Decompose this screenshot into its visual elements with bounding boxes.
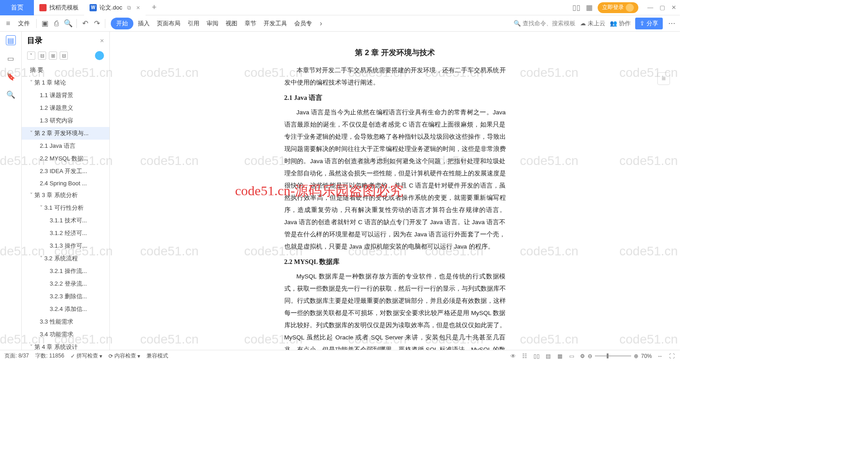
expand-icon[interactable]: ⊟ [38,52,46,60]
outline-item[interactable]: 3.2.3 删除信... [22,290,109,303]
page-view-icon[interactable]: ▤ [545,353,552,360]
zoom-in-icon[interactable]: ⊕ [634,353,638,359]
login-label: 立即登录 [602,4,624,11]
command-search[interactable]: 🔍 查找命令、搜索模板 [514,19,576,28]
outline-item[interactable]: 3.2.4 添加信... [22,303,109,315]
float-window-icon[interactable]: ⧉ [127,5,131,11]
tab-insert[interactable]: 插入 [135,19,152,28]
collapse-ribbon-icon[interactable]: ⋯ [667,19,676,28]
ruler-icon[interactable]: ☷ [521,353,528,360]
undo-icon[interactable]: ↶ [80,19,90,28]
tab-home[interactable]: 首页 [0,0,34,15]
web-view-icon[interactable]: ▦ [557,353,564,360]
outline-item[interactable]: ˅第 3 章 系统分析 [22,189,109,202]
outline-item[interactable]: 3.3 性能需求 [22,315,109,328]
outline-item[interactable]: 1.1 课题背景 [22,89,109,102]
bookmark-icon[interactable]: 🔖 [6,71,16,81]
tab-add[interactable]: + [146,3,163,12]
side-panel-toggle-icon[interactable]: ≡ [657,72,670,85]
find-icon[interactable]: 🔍 [6,89,16,99]
tab-label: 论文.doc [99,4,123,12]
outline-item[interactable]: ˅3.1 可行性分析 [22,202,109,214]
tab-template[interactable]: 找稻壳模板 [34,0,84,15]
share-button[interactable]: ⇪ 分享 [635,18,663,29]
print-icon[interactable]: ⎙ [52,19,61,28]
outline-item[interactable]: ˅第 2 章 开发环境与... [22,127,109,140]
apps-icon[interactable]: ▦ [585,4,593,12]
outline-item[interactable]: 3.1.1 技术可... [22,214,109,227]
zoom-value[interactable]: 70% [641,353,652,359]
zoom-slider[interactable] [595,355,631,357]
thumbnails-icon[interactable]: ▭ [6,53,16,63]
share-icon: ⇪ [640,20,645,27]
main: ▤ ▭ 🔖 🔍 目录 × ˅ ⊟ ⊞ ⊟ 摘 要˅第 1 章 绪论1.1 课题背… [0,32,680,350]
redo-icon[interactable]: ↷ [92,19,101,28]
collab-button[interactable]: 👥 协作 [610,19,631,28]
close-window-button[interactable]: ✕ [671,4,676,11]
minimize-button[interactable]: — [647,4,653,11]
menu-icon[interactable]: ≡ [4,19,13,28]
dropdown-icon: ▾ [99,353,102,359]
close-icon[interactable]: × [137,4,140,11]
content-check[interactable]: ⟳ 内容检查 ▾ [108,352,140,360]
word-count[interactable]: 字数: 11856 [35,352,64,360]
collapse-all-icon[interactable]: ˅ [27,52,35,60]
avatar-icon [626,4,634,12]
tab-member[interactable]: 会员专 [292,19,315,28]
login-button[interactable]: 立即登录 [598,2,638,13]
book-icon[interactable]: ▯▯ [533,353,540,360]
outline-item[interactable]: 3.2.2 登录流... [22,278,109,290]
sync-badge-icon[interactable] [95,51,104,60]
more-tabs-icon[interactable]: › [316,19,326,28]
outline-item[interactable]: ˅3.2 系统流程 [22,252,109,265]
fit-icon[interactable]: ↔ [656,353,664,360]
outline-item[interactable]: 2.1 Java 语言 [22,140,109,152]
outline-item[interactable]: 2.4 Spring Boot ... [22,178,109,189]
zoom-control[interactable]: ⚙ ⊖ ⊕ 70% [580,353,652,359]
eye-icon[interactable]: 👁 [509,353,517,360]
tab-sections[interactable]: 章节 [242,19,259,28]
tab-start[interactable]: 开始 [111,18,133,29]
outline-item[interactable]: 3.1.3 操作可... [22,240,109,252]
cloud-status[interactable]: ☁ 未上云 [580,19,605,28]
outline-item[interactable]: 2.3 IDEA 开发工... [22,165,109,178]
outline-icon[interactable]: ▤ [6,35,16,45]
outline-item[interactable]: 3.2.1 操作流... [22,265,109,278]
paragraph-2-2: MySQL 数据库是一种数据存放方面的专业软件，也是传统的行式数据模式，获取一些… [284,270,506,350]
outline-view-icon[interactable]: ▭ [568,353,576,360]
outline-item[interactable]: 1.2 课题意义 [22,102,109,114]
search-icon: 🔍 [514,20,521,27]
titlebar: 首页 找稻壳模板 W 论文.doc ⧉ × + ▯▯ ▦ 立即登录 — ▢ ✕ [0,0,680,15]
outline-item[interactable]: 3.4 功能需求 [22,328,109,341]
minus-icon[interactable]: ⊟ [60,52,68,60]
tab-document[interactable]: W 论文.doc ⧉ × [84,0,146,15]
maximize-button[interactable]: ▢ [660,4,665,11]
settings-icon[interactable]: ⚙ [580,353,585,359]
paragraph-2-1: Java 语言是当今为止依然在编程语言行业具有生命力的常青树之一。Java 语言… [284,106,506,253]
chapter-intro: 本章节对开发二手车交易系统需要搭建的开发环境，还有二手车交易系统开发中使用的编程… [284,64,506,89]
outline-item[interactable]: 3.1.2 经济可... [22,227,109,240]
outline-item[interactable]: ˅第 4 章 系统设计 [22,341,109,350]
file-menu[interactable]: 文件 [15,19,33,28]
tab-page-layout[interactable]: 页面布局 [154,19,183,28]
tab-review[interactable]: 审阅 [204,19,221,28]
compat-mode[interactable]: 兼容模式 [146,352,168,360]
zoom-out-icon[interactable]: ⊖ [588,353,592,359]
save-icon[interactable]: ▣ [40,19,49,28]
preview-icon[interactable]: 🔍 [64,19,73,28]
fullscreen-icon[interactable]: ⛶ [668,353,675,360]
outline-item[interactable]: 2.2 MYSQL 数据... [22,152,109,165]
tab-devtools[interactable]: 开发工具 [261,19,290,28]
outline-list: 摘 要˅第 1 章 绪论1.1 课题背景1.2 课题意义1.3 研究内容˅第 2… [22,64,109,350]
outline-item[interactable]: 1.3 研究内容 [22,114,109,127]
tab-references[interactable]: 引用 [185,19,202,28]
tab-view[interactable]: 视图 [223,19,240,28]
page-indicator[interactable]: 页面: 8/37 [5,352,29,360]
spell-check[interactable]: ✓ 拼写检查 ▾ [71,352,102,360]
chapter-title: 第 2 章 开发环境与技术 [284,45,506,61]
close-outline-icon[interactable]: × [100,37,104,44]
layout-icon[interactable]: ▯▯ [572,4,580,12]
outline-item[interactable]: ˅第 1 章 绪论 [22,76,109,89]
outline-item[interactable]: 摘 要 [22,64,109,76]
plus-icon[interactable]: ⊞ [49,52,57,60]
